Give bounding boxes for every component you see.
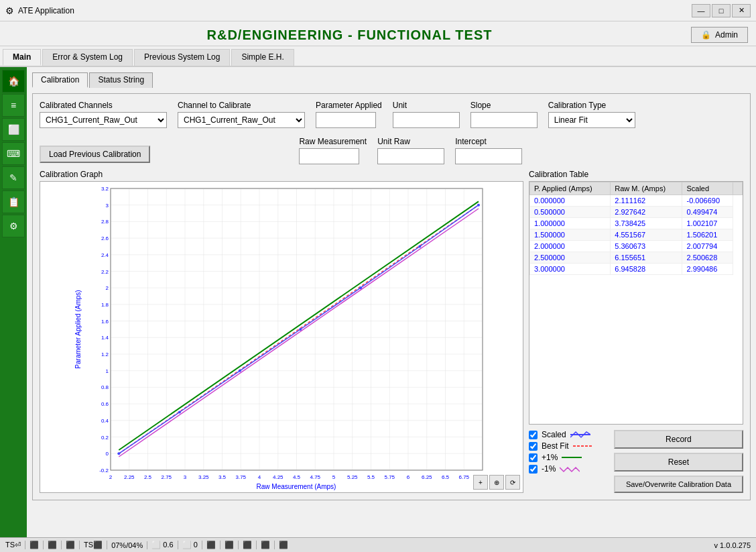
- legend-buttons-area: Scaled Best Fit: [529, 430, 743, 493]
- page-title: R&D/ENGINEERING - FUNCTIONAL TEST: [207, 27, 493, 42]
- table-cell: -0.006690: [682, 195, 733, 207]
- svg-text:0.6: 0.6: [101, 401, 109, 407]
- calibrated-channels-select[interactable]: CHG1_Current_Raw_Out: [40, 112, 167, 128]
- calibration-type-select[interactable]: Linear Fit: [548, 112, 635, 128]
- status-val1: ⬜ 0.6: [151, 541, 178, 549]
- legend-item-minus1: -1%: [529, 464, 607, 474]
- graph-zoom-button[interactable]: +: [473, 475, 488, 490]
- calibrated-channels-label: Calibrated Channels: [40, 101, 167, 110]
- intercept-input[interactable]: -1.31547: [455, 148, 522, 164]
- save-button[interactable]: Save/Overwrite Calibration Data: [614, 476, 743, 493]
- unit-raw-input[interactable]: Amps: [377, 148, 444, 164]
- slope-input[interactable]: 0.619934: [470, 112, 538, 128]
- version-label: v 1.0.0.275: [714, 541, 751, 549]
- unit-label: Unit: [393, 101, 460, 110]
- svg-text:0.4: 0.4: [101, 418, 109, 424]
- svg-text:6.5: 6.5: [442, 474, 450, 480]
- table-cell: 0.499474: [682, 207, 733, 218]
- sidebar-item-clipboard[interactable]: 📋: [2, 190, 25, 213]
- status-icon3: ⬛: [66, 541, 80, 549]
- status-icon5: ⬛: [225, 541, 239, 549]
- svg-text:0.2: 0.2: [101, 435, 109, 441]
- tab-error-system-log[interactable]: Error & System Log: [42, 49, 133, 66]
- svg-text:1.2: 1.2: [101, 351, 109, 357]
- calibration-table-container[interactable]: P. Applied (Amps) Raw M. (Amps) Scaled 0…: [529, 181, 743, 425]
- graph-pan-button[interactable]: ⊕: [489, 475, 504, 490]
- sidebar-item-home[interactable]: 🏠: [2, 70, 25, 93]
- scroll-header: [733, 182, 743, 195]
- svg-text:1: 1: [106, 368, 109, 374]
- table-cell: 2.927642: [611, 207, 682, 218]
- svg-text:2.75: 2.75: [161, 474, 172, 480]
- raw-measurement-input[interactable]: 2.13123: [299, 148, 359, 164]
- sidebar-item-list[interactable]: ≡: [2, 94, 25, 117]
- parameter-applied-input[interactable]: 0: [316, 112, 376, 128]
- legend-plus1-checkbox[interactable]: [529, 453, 538, 462]
- calibration-graph-title: Calibration Graph: [40, 170, 523, 179]
- inner-tab-bar: Calibration Status String: [32, 72, 751, 88]
- sidebar-item-edit[interactable]: ✎: [2, 166, 25, 189]
- minimize-button[interactable]: —: [692, 4, 710, 17]
- tab-calibration[interactable]: Calibration: [32, 72, 88, 88]
- table-cell: 2.500000: [530, 252, 611, 264]
- calibration-panel: Calibrated Channels CHG1_Current_Raw_Out…: [32, 93, 751, 500]
- tab-main[interactable]: Main: [3, 49, 41, 66]
- svg-text:4: 4: [258, 474, 261, 480]
- legend-best-fit-label: Best Fit: [542, 441, 569, 451]
- admin-button[interactable]: 🔒 Admin: [691, 27, 748, 43]
- app-header: R&D/ENGINEERING - FUNCTIONAL TEST 🔒 Admi…: [0, 21, 756, 46]
- table-cell: 4.551567: [611, 229, 682, 241]
- svg-text:2.25: 2.25: [124, 474, 135, 480]
- load-previous-calibration-button[interactable]: Load Previous Calibration: [40, 146, 150, 163]
- table-row: 1.0000003.7384251.002107: [530, 218, 743, 229]
- legend-best-fit-checkbox[interactable]: [529, 442, 538, 451]
- close-button[interactable]: ✕: [732, 4, 751, 17]
- calibration-type-label: Calibration Type: [548, 101, 635, 110]
- calibration-type-group: Calibration Type Linear Fit: [548, 101, 635, 128]
- legend-plus1-label: +1%: [542, 453, 558, 462]
- main-panel: Calibration Status String Calibrated Cha…: [27, 67, 756, 537]
- table-row: 2.5000006.1556512.500628: [530, 252, 743, 264]
- record-button[interactable]: Record: [614, 430, 743, 449]
- intercept-label: Intercept: [455, 137, 522, 146]
- titlebar: ⚙ ATE Application — □ ✕: [0, 0, 756, 21]
- intercept-group: Intercept -1.31547: [455, 137, 522, 164]
- table-cell: 2.111162: [611, 195, 682, 207]
- table-cell: 0.500000: [530, 207, 611, 218]
- legend-minus1-checkbox[interactable]: [529, 465, 538, 474]
- sidebar-item-keyboard[interactable]: ⌨: [2, 142, 25, 165]
- graph-reset-button[interactable]: ⟳: [505, 475, 520, 490]
- status-icon2: ⬛: [48, 541, 62, 549]
- tab-status-string[interactable]: Status String: [89, 72, 153, 88]
- tab-previous-system-log[interactable]: Previous System Log: [134, 49, 230, 66]
- action-buttons: Record Reset Save/Overwrite Calibration …: [614, 430, 743, 493]
- svg-text:2.6: 2.6: [101, 235, 109, 241]
- legend-item-best-fit: Best Fit: [529, 441, 607, 451]
- svg-text:0.8: 0.8: [101, 384, 109, 390]
- table-cell: 1.000000: [530, 218, 611, 229]
- sidebar-item-settings[interactable]: ⚙: [2, 215, 25, 237]
- slope-group: Slope 0.619934: [470, 101, 538, 128]
- load-previous-cal-group: Load Previous Calibration: [40, 133, 150, 164]
- app-title: ATE Application: [18, 6, 74, 15]
- svg-point-91: [477, 204, 480, 207]
- svg-text:2: 2: [106, 285, 109, 291]
- svg-text:6.75: 6.75: [458, 474, 469, 480]
- unit-input[interactable]: Amps: [393, 112, 460, 128]
- reset-button[interactable]: Reset: [614, 453, 743, 472]
- legend-item-scaled: Scaled: [529, 430, 607, 439]
- svg-text:-0.2: -0.2: [99, 467, 109, 474]
- table-cell: 2.500628: [682, 252, 733, 264]
- parameter-applied-group: Parameter Applied 0: [316, 101, 382, 128]
- raw-measurement-group: Raw Measurement 2.13123: [299, 137, 367, 164]
- legend-scaled-line: [570, 431, 590, 439]
- legend-scaled-checkbox[interactable]: [529, 431, 538, 439]
- tab-simple-eh[interactable]: Simple E.H.: [231, 49, 294, 66]
- channel-to-calibrate-select[interactable]: CHG1_Current_Raw_Out: [178, 112, 305, 128]
- legend-best-fit-line: [573, 442, 593, 450]
- svg-point-90: [418, 245, 421, 248]
- maximize-button[interactable]: □: [712, 4, 731, 17]
- status-icon4: ⬛: [206, 541, 220, 549]
- sidebar-item-output[interactable]: ⬜: [2, 118, 25, 141]
- svg-text:3.2: 3.2: [101, 186, 109, 192]
